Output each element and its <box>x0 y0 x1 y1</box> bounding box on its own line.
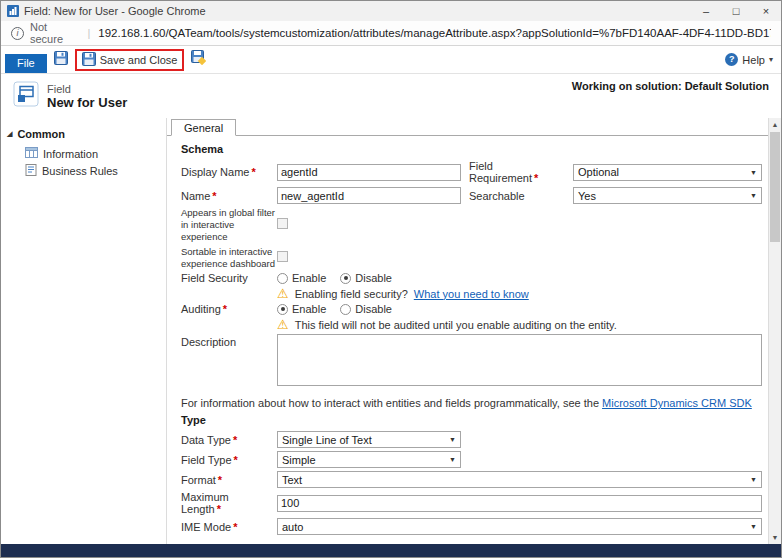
required-asterisk: * <box>534 172 538 184</box>
address-bar[interactable]: i Not secure | 192.168.1.60/QATeam/tools… <box>1 21 781 46</box>
auditing-enable-radio[interactable]: Enable <box>277 303 326 315</box>
chevron-down-icon: ▼ <box>750 169 757 176</box>
warning-text: This field will not be audited until you… <box>295 319 617 331</box>
maximum-length-label: Maximum Length* <box>181 491 269 515</box>
command-bar: File Save and Close ? Help ▾ <box>1 46 781 74</box>
field-entity-icon <box>13 81 39 111</box>
auditing-label: Auditing* <box>181 303 269 315</box>
global-filter-checkbox-cell <box>277 218 461 231</box>
page-url[interactable]: 192.168.1.60/QATeam/tools/systemcustomiz… <box>98 27 771 39</box>
save-button[interactable] <box>54 51 68 69</box>
field-security-options: Enable Disable <box>277 272 762 284</box>
required-asterisk: * <box>233 521 237 533</box>
global-filter-checkbox[interactable] <box>277 218 288 229</box>
general-form: Schema Display Name* Field Requirement* … <box>167 135 768 544</box>
radio-icon <box>277 273 288 284</box>
sidebar-item-label: Information <box>43 148 98 160</box>
field-security-label: Field Security <box>181 272 269 284</box>
sortable-checkbox[interactable] <box>277 251 288 262</box>
url-separator: | <box>87 27 90 39</box>
format-select[interactable]: Text▼ <box>277 471 762 488</box>
field-security-enable-radio[interactable]: Enable <box>277 272 326 284</box>
not-secure-label: Not secure <box>30 21 79 45</box>
content-area: ◢ Common Information Business Rules Gene… <box>1 118 781 544</box>
page-title: New for User <box>47 95 127 110</box>
chevron-down-icon: ▼ <box>750 476 757 483</box>
maximum-length-input[interactable] <box>277 495 762 512</box>
what-you-need-to-know-link[interactable]: What you need to know <box>414 288 529 300</box>
name-input[interactable] <box>277 187 461 204</box>
required-asterisk: * <box>233 434 237 446</box>
field-requirement-select[interactable]: Optional▼ <box>573 164 762 181</box>
window-controls: – □ × <box>691 1 781 21</box>
record-header: Field New for User Working on solution: … <box>1 74 781 118</box>
field-security-warning: ⚠ Enabling field security? What you need… <box>277 287 762 300</box>
close-button[interactable]: × <box>751 1 781 21</box>
radio-icon <box>340 304 351 315</box>
sidebar-item-business-rules[interactable]: Business Rules <box>1 162 166 180</box>
sidebar-group-common[interactable]: ◢ Common <box>1 128 166 145</box>
minimize-button[interactable]: – <box>691 1 721 21</box>
save-icon <box>54 51 68 69</box>
field-security-disable-radio[interactable]: Disable <box>340 272 392 284</box>
save-and-close-button[interactable]: Save and Close <box>82 52 178 68</box>
auditing-disable-radio[interactable]: Disable <box>340 303 392 315</box>
window-titlebar: Field: New for User - Google Chrome – □ … <box>1 1 781 21</box>
data-type-select[interactable]: Single Line of Text▼ <box>277 431 461 448</box>
field-requirement-label: Field Requirement* <box>469 160 565 184</box>
required-asterisk: * <box>212 190 216 202</box>
annotation-box: Save and Close <box>75 49 185 71</box>
searchable-select[interactable]: Yes▼ <box>573 187 762 204</box>
crm-sdk-link[interactable]: Microsoft Dynamics CRM SDK <box>602 397 752 409</box>
radio-selected-icon <box>277 304 288 315</box>
save-and-new-button[interactable] <box>191 50 206 69</box>
chevron-down-icon: ▼ <box>750 192 757 199</box>
radio-selected-icon <box>340 273 351 284</box>
help-icon: ? <box>725 53 738 66</box>
scroll-up-icon[interactable]: ▲ <box>769 118 781 131</box>
field-type-label: Field Type* <box>181 454 269 466</box>
ime-mode-select[interactable]: auto▼ <box>277 518 762 535</box>
entity-type-label: Field <box>47 83 127 95</box>
schema-section-label: Schema <box>181 141 762 157</box>
data-type-label: Data Type* <box>181 434 269 446</box>
warning-text: Enabling field security? <box>295 288 408 300</box>
info-icon[interactable]: i <box>11 27 24 40</box>
chevron-down-icon: ▾ <box>769 55 773 64</box>
scroll-down-icon[interactable]: ▼ <box>769 531 781 544</box>
warning-icon: ⚠ <box>277 318 289 331</box>
help-button[interactable]: ? Help ▾ <box>725 53 773 66</box>
display-name-input[interactable] <box>277 164 461 181</box>
description-label: Description <box>181 334 269 348</box>
sdk-note: For information about how to interact wi… <box>181 389 762 409</box>
sdk-note-text: For information about how to interact wi… <box>181 397 602 409</box>
required-asterisk: * <box>223 303 227 315</box>
display-name-label: Display Name* <box>181 166 269 178</box>
chevron-down-icon: ▼ <box>449 456 456 463</box>
field-type-select[interactable]: Simple▼ <box>277 451 461 468</box>
page-favicon-icon <box>7 5 19 17</box>
sidebar-group-label: Common <box>17 128 65 140</box>
maximize-button[interactable]: □ <box>721 1 751 21</box>
vertical-scrollbar[interactable]: ▲ ▼ <box>768 118 781 544</box>
save-and-close-label: Save and Close <box>100 54 178 66</box>
format-label: Format* <box>181 474 269 486</box>
searchable-label: Searchable <box>469 190 565 202</box>
warning-icon: ⚠ <box>277 287 289 300</box>
required-asterisk: * <box>217 503 221 515</box>
tab-general[interactable]: General <box>171 119 236 136</box>
global-filter-label: Appears in global filter in interactive … <box>181 207 277 243</box>
navigation-sidebar: ◢ Common Information Business Rules <box>1 118 167 544</box>
tree-collapse-icon: ◢ <box>7 130 12 138</box>
tab-strip: General <box>167 118 768 135</box>
sidebar-item-information[interactable]: Information <box>1 145 166 162</box>
form-main: General Schema Display Name* Field Requi… <box>167 118 781 544</box>
file-tab-button[interactable]: File <box>5 54 47 73</box>
ime-mode-label: IME Mode* <box>181 521 269 533</box>
scrollbar-thumb[interactable] <box>770 132 780 242</box>
description-textarea[interactable] <box>277 334 762 386</box>
browser-window: Field: New for User - Google Chrome – □ … <box>0 0 782 558</box>
business-rules-icon <box>25 164 37 178</box>
required-asterisk: * <box>218 474 222 486</box>
save-and-close-icon <box>82 52 96 68</box>
